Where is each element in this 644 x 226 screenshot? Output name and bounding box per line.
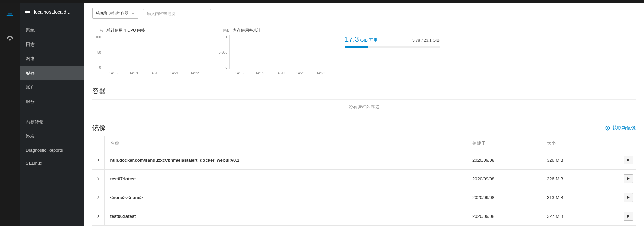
charts-row: % 总计使用 4 CPU 内核 100 50 0 14:18 14:19 14:… bbox=[84, 21, 644, 79]
sidebar-item-diagnostic[interactable]: Diagnostic Reports bbox=[20, 143, 84, 157]
col-size: 大小 bbox=[544, 136, 619, 151]
col-name: 名称 bbox=[104, 136, 470, 151]
mem-chart-unit: MiB bbox=[218, 29, 229, 32]
chevron-right-icon bbox=[97, 158, 100, 162]
expand-toggle[interactable] bbox=[92, 170, 104, 188]
sidebar-item-logs[interactable]: 日志 bbox=[20, 37, 84, 52]
image-size: 327 MiB bbox=[544, 207, 619, 226]
logo-icon[interactable] bbox=[3, 8, 17, 22]
image-row[interactable]: hub.docker.com/sanduzxcvbnm/elastalert_d… bbox=[92, 151, 636, 170]
sidebar-item-containers[interactable]: 容器 bbox=[20, 66, 84, 80]
image-name: hub.docker.com/sanduzxcvbnm/elastalert_d… bbox=[104, 151, 470, 170]
run-image-button[interactable] bbox=[624, 212, 633, 221]
image-size: 326 MiB bbox=[544, 170, 619, 188]
main-content: 镜像和运行的容器 % 总计使用 4 CPU 内核 100 50 0 bbox=[84, 3, 644, 226]
run-image-button[interactable] bbox=[624, 193, 633, 202]
cpu-chart-title: 总计使用 4 CPU 内核 bbox=[106, 28, 145, 33]
chevron-right-icon bbox=[97, 177, 100, 180]
image-row[interactable]: test06:latest2020/09/08327 MiB bbox=[92, 207, 636, 226]
storage-bar-fill bbox=[345, 46, 368, 48]
image-created: 2020/09/08 bbox=[470, 207, 544, 226]
sidebar-item-services[interactable]: 服务 bbox=[20, 94, 84, 109]
host-label: localhost.locald... bbox=[34, 9, 70, 15]
images-table: 名称 创建于 大小 hub.docker.com/sanduzxcvbnm/el… bbox=[92, 136, 636, 226]
image-row[interactable]: <none>:<none>2020/09/08313 MiB bbox=[92, 188, 636, 207]
cpu-chart-unit: % bbox=[92, 29, 103, 32]
plus-circle-icon bbox=[605, 126, 610, 131]
cpu-plot-area bbox=[103, 35, 205, 69]
svg-rect-1 bbox=[8, 14, 12, 15]
image-name: <none>:<none> bbox=[104, 188, 470, 207]
get-new-image-link[interactable]: 获取新镜像 bbox=[605, 125, 636, 131]
col-created: 创建于 bbox=[470, 136, 544, 151]
mem-plot-area bbox=[229, 35, 331, 69]
svg-point-6 bbox=[26, 13, 26, 13]
cpu-xaxis: 14:18 14:19 14:20 14:21 14:22 bbox=[103, 71, 205, 75]
containers-section: 容器 没有运行的容器 bbox=[84, 79, 644, 115]
expand-toggle[interactable] bbox=[92, 188, 104, 207]
image-name: test06:latest bbox=[104, 207, 470, 226]
run-image-button[interactable] bbox=[624, 156, 633, 164]
play-icon bbox=[627, 214, 630, 218]
mem-xaxis: 14:18 14:19 14:20 14:21 14:22 bbox=[229, 71, 331, 75]
sidebar-item-accounts[interactable]: 账户 bbox=[20, 80, 84, 94]
sidebar: localhost.locald... 系统 日志 网络 容器 账户 服务 内核… bbox=[20, 3, 84, 226]
filter-input[interactable] bbox=[143, 9, 211, 18]
sidebar-item-kdump[interactable]: 内核转储 bbox=[20, 115, 84, 129]
play-icon bbox=[627, 158, 630, 162]
play-icon bbox=[627, 177, 630, 180]
containers-empty-message: 没有运行的容器 bbox=[92, 99, 636, 115]
image-size: 313 MiB bbox=[544, 188, 619, 207]
run-image-button[interactable] bbox=[624, 174, 633, 183]
view-filter-dropdown[interactable]: 镜像和运行的容器 bbox=[92, 8, 138, 19]
image-created: 2020/09/08 bbox=[470, 151, 544, 170]
chevron-down-icon bbox=[131, 12, 135, 15]
image-created: 2020/09/08 bbox=[470, 170, 544, 188]
cpu-yaxis: 100 50 0 bbox=[92, 35, 103, 69]
sidebar-item-system[interactable]: 系统 bbox=[20, 23, 84, 37]
images-title: 镜像 bbox=[92, 123, 106, 133]
expand-toggle[interactable] bbox=[92, 151, 104, 170]
top-bar bbox=[0, 0, 644, 3]
storage-available: 17.3 GiB 可用 bbox=[345, 35, 378, 44]
svg-rect-0 bbox=[7, 15, 13, 16]
server-icon bbox=[24, 9, 31, 15]
svg-point-2 bbox=[9, 39, 11, 40]
host-selector[interactable]: localhost.locald... bbox=[20, 3, 84, 20]
containers-title: 容器 bbox=[92, 87, 106, 96]
storage-bar bbox=[345, 46, 440, 48]
expand-toggle[interactable] bbox=[92, 207, 104, 226]
image-created: 2020/09/08 bbox=[470, 188, 544, 207]
storage-used: 5.78 / 23.1 GiB bbox=[412, 38, 440, 43]
sidebar-nav: 系统 日志 网络 容器 账户 服务 内核转储 终端 Diagnostic Rep… bbox=[20, 20, 84, 170]
toolbar: 镜像和运行的容器 bbox=[84, 3, 644, 21]
sidebar-item-terminal[interactable]: 终端 bbox=[20, 129, 84, 143]
image-name: test07:latest bbox=[104, 170, 470, 188]
gauge-icon[interactable] bbox=[3, 32, 17, 46]
nav-rail bbox=[0, 3, 20, 226]
cpu-chart: % 总计使用 4 CPU 内核 100 50 0 14:18 14:19 14:… bbox=[92, 28, 205, 75]
mem-chart-title: 内存使用率总计 bbox=[233, 28, 261, 33]
play-icon bbox=[627, 196, 630, 199]
images-section: 镜像 获取新镜像 名称 创建于 大小 hub.docker.com/san bbox=[84, 115, 644, 226]
image-row[interactable]: test07:latest2020/09/08326 MiB bbox=[92, 170, 636, 188]
chevron-right-icon bbox=[97, 196, 100, 199]
image-size: 326 MiB bbox=[544, 151, 619, 170]
sidebar-item-selinux[interactable]: SELinux bbox=[20, 157, 84, 170]
dropdown-label: 镜像和运行的容器 bbox=[96, 11, 129, 16]
svg-point-5 bbox=[26, 11, 26, 11]
chevron-right-icon bbox=[97, 214, 100, 218]
sidebar-item-network[interactable]: 网络 bbox=[20, 52, 84, 66]
mem-yaxis: 1 0.500 0 bbox=[218, 35, 229, 69]
storage-summary: 17.3 GiB 可用 5.78 / 23.1 GiB bbox=[345, 28, 440, 48]
memory-chart: MiB 内存使用率总计 1 0.500 0 14:18 14:19 14:20 … bbox=[218, 28, 331, 75]
